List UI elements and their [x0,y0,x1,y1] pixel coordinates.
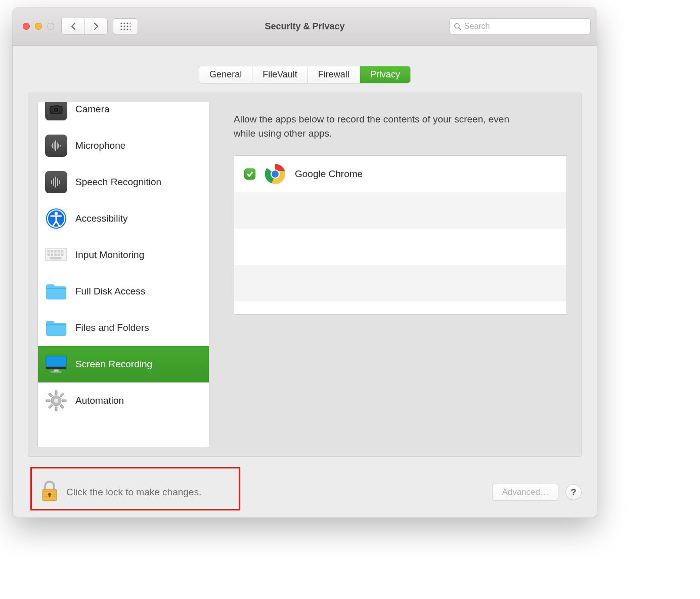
svg-rect-52 [55,391,57,395]
camera-icon [45,102,67,120]
sidebar-item-camera[interactable]: Camera [38,102,209,127]
sidebar-item-input-monitoring[interactable]: Input Monitoring [38,237,209,273]
svg-point-0 [120,22,122,24]
svg-point-5 [123,25,125,27]
tab-general[interactable]: General [199,66,252,83]
sidebar-item-microphone[interactable]: Microphone [38,127,209,164]
sidebar-item-label: Microphone [75,140,125,151]
search-icon [454,22,461,30]
sidebar-item-full-disk-access[interactable]: Full Disk Access [38,273,209,310]
search-field[interactable] [449,18,591,34]
svg-rect-43 [61,253,64,256]
sidebar-item-label: Full Disk Access [75,286,145,297]
svg-point-10 [126,28,128,30]
app-row-google-chrome[interactable]: Google Chrome [234,156,566,192]
svg-point-8 [120,28,122,30]
svg-rect-34 [48,250,50,252]
tab-firewall[interactable]: Firewall [308,66,360,83]
sidebar-item-speech-recognition[interactable]: Speech Recognition [38,164,209,200]
app-checkbox[interactable] [244,168,255,180]
content-panel: Camera Microphone Speech Recognition Acc… [28,93,582,457]
show-all-button[interactable] [113,18,138,34]
svg-point-2 [126,22,128,24]
search-input[interactable] [464,22,586,31]
svg-point-32 [55,212,58,215]
svg-rect-53 [55,407,57,411]
lock-text: Click the lock to make changes. [66,487,201,498]
display-icon [45,353,67,375]
folder-icon [45,280,67,303]
window-controls [23,23,54,30]
footer: Click the lock to make changes. Advanced… [13,467,597,518]
svg-rect-59 [60,404,64,408]
segmented-control: General FileVault Firewall Privacy [199,66,411,83]
svg-rect-35 [51,250,53,252]
waveform-icon [45,171,67,193]
back-button[interactable] [62,18,84,34]
sidebar-item-label: Automation [75,395,124,406]
svg-line-13 [459,28,461,30]
app-row-empty [234,265,566,302]
svg-rect-36 [54,250,57,252]
svg-rect-17 [54,105,59,107]
svg-point-4 [120,25,122,27]
gear-icon [45,390,67,412]
svg-rect-54 [46,400,50,402]
svg-point-3 [129,22,130,24]
sidebar-item-label: Speech Recognition [75,177,161,188]
svg-point-60 [54,399,58,403]
svg-rect-56 [60,393,64,397]
toolbar: Security & Privacy [13,8,597,46]
tab-filevault[interactable]: FileVault [252,66,308,83]
svg-rect-42 [58,253,60,256]
svg-rect-49 [54,370,59,372]
sidebar-item-label: Screen Recording [75,359,152,370]
minimize-window-button[interactable] [35,23,42,30]
app-row-empty [234,192,566,229]
svg-rect-48 [46,367,66,369]
folder-icon [45,317,67,339]
svg-rect-37 [58,250,60,252]
tab-bar: General FileVault Firewall Privacy [13,66,597,83]
svg-point-63 [272,170,279,178]
svg-point-11 [129,28,130,30]
svg-rect-69 [49,494,51,497]
svg-rect-39 [48,253,50,256]
sidebar-item-label: Files and Folders [75,322,149,333]
forward-button[interactable] [84,18,107,34]
app-row-empty [234,229,566,265]
microphone-icon [45,135,67,157]
svg-rect-57 [48,404,52,408]
close-window-button[interactable] [23,23,30,30]
privacy-category-list[interactable]: Camera Microphone Speech Recognition Acc… [37,102,209,447]
svg-point-9 [123,28,125,30]
sidebar-item-files-and-folders[interactable]: Files and Folders [38,310,209,346]
svg-rect-41 [54,253,57,256]
sidebar-item-label: Accessibility [75,213,127,224]
description-text: Allow the apps below to record the conte… [234,112,517,140]
sidebar-item-label: Input Monitoring [75,249,144,261]
svg-point-6 [126,25,128,27]
svg-rect-40 [51,253,53,256]
sidebar-item-accessibility[interactable]: Accessibility [38,200,209,237]
preferences-window: Security & Privacy General FileVault Fir… [13,8,597,518]
lock-icon[interactable] [41,480,58,504]
advanced-button[interactable]: Advanced… [492,484,558,501]
help-button[interactable]: ? [565,484,582,500]
keyboard-icon [45,244,67,266]
detail-pane: Allow the apps below to record the conte… [218,102,572,447]
svg-rect-55 [62,400,66,402]
app-list[interactable]: Google Chrome [234,155,567,315]
chevron-left-icon [70,22,76,30]
app-name-label: Google Chrome [295,168,363,180]
tab-privacy[interactable]: Privacy [360,66,410,83]
grid-icon [120,22,130,30]
sidebar-item-automation[interactable]: Automation [38,382,209,419]
chrome-icon [265,163,286,185]
sidebar-item-label: Camera [75,104,110,115]
chevron-right-icon [93,22,99,30]
lock-group[interactable]: Click the lock to make changes. [41,480,201,504]
sidebar-item-screen-recording[interactable]: Screen Recording [38,346,209,382]
zoom-window-button[interactable] [47,23,54,30]
svg-rect-38 [61,250,64,252]
